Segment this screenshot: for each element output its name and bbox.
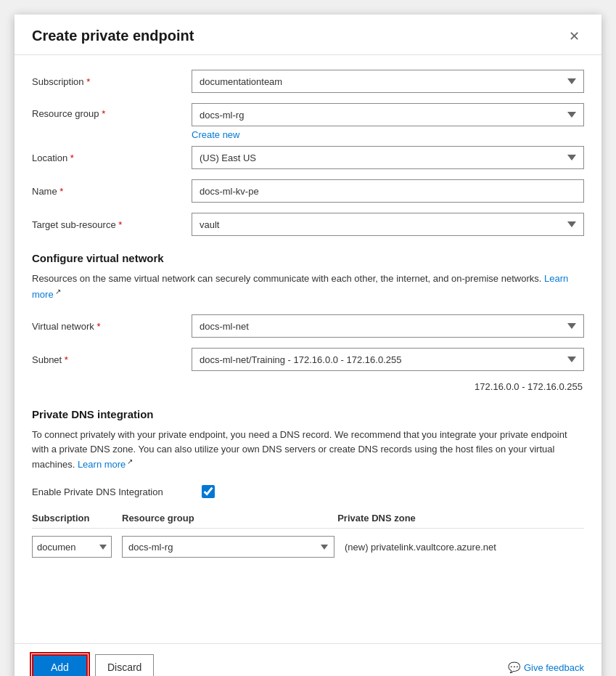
target-sub-resource-dropdown[interactable]: vault [192,213,584,236]
virtual-network-control: docs-ml-net [192,314,584,338]
footer-buttons: Add Discard [32,654,154,676]
enable-dns-checkbox[interactable] [202,485,215,498]
dns-info: To connect privately with your private e… [32,428,584,472]
virtual-network-dropdown[interactable]: docs-ml-net [192,314,584,338]
name-input[interactable] [192,179,584,203]
close-button[interactable]: ✕ [564,28,584,44]
dns-zone-text: (new) privatelink.vaultcore.azure.net [345,542,584,553]
dns-section: Private DNS integration To connect priva… [32,408,584,558]
location-label: Location * [32,152,192,163]
resource-group-row: Resource group * docs-ml-rg Create new [32,103,584,140]
dns-header-resource-group: Resource group [122,513,327,524]
subnet-row: Subnet * docs-ml-net/Training - 172.16.0… [32,348,584,371]
dialog-title: Create private endpoint [32,28,194,44]
dialog-header: Create private endpoint ✕ [15,15,601,55]
location-dropdown[interactable]: (US) East US [192,146,584,169]
name-row: Name * [32,179,584,203]
dns-header-dns-zone: Private DNS zone [337,513,584,524]
virtual-network-section: Configure virtual network Resources on t… [32,252,584,392]
discard-button[interactable]: Discard [95,654,154,676]
dns-header-subscription: Subscription [32,513,112,524]
dns-subscription-dropdown[interactable]: documen [32,536,112,558]
name-control [192,179,584,203]
feedback-label: Give feedback [524,662,584,673]
target-sub-resource-control: vault [192,213,584,236]
name-label: Name * [32,186,192,197]
subscription-row: Subscription * documentationteam [32,70,584,93]
dns-table: Subscription Resource group Private DNS … [32,513,584,558]
location-row: Location * (US) East US [32,146,584,169]
ip-range-text: 172.16.0.0 - 172.16.0.255 [32,381,584,392]
virtual-network-row: Virtual network * docs-ml-net [32,314,584,338]
location-control: (US) East US [192,146,584,169]
feedback-link[interactable]: 💬 Give feedback [508,661,584,673]
dns-table-header: Subscription Resource group Private DNS … [32,513,584,529]
subscription-label: Subscription * [32,76,192,87]
subscription-control: documentationteam [192,70,584,93]
target-sub-resource-row: Target sub-resource * vault [32,213,584,236]
feedback-icon: 💬 [508,661,520,673]
learn-more-ext-icon: ↗ [55,288,61,296]
subnet-dropdown[interactable]: docs-ml-net/Training - 172.16.0.0 - 172.… [192,348,584,371]
create-private-endpoint-dialog: Create private endpoint ✕ Subscription *… [15,15,601,676]
dialog-footer: Add Discard 💬 Give feedback [15,643,601,676]
subscription-dropdown[interactable]: documentationteam [192,70,584,93]
dns-learn-more-ext-icon: ↗ [127,457,133,465]
subnet-control: docs-ml-net/Training - 172.16.0.0 - 172.… [192,348,584,371]
virtual-network-label: Virtual network * [32,321,192,332]
dialog-body: Subscription * documentationteam Resourc… [15,55,601,643]
enable-dns-label: Enable Private DNS Integration [32,486,192,497]
virtual-network-info: Resources on the same virtual network ca… [32,272,584,301]
add-button[interactable]: Add [32,654,88,676]
create-new-link[interactable]: Create new [192,129,239,140]
target-sub-resource-label: Target sub-resource * [32,219,192,230]
resource-group-control: docs-ml-rg Create new [192,103,584,140]
subnet-label: Subnet * [32,354,192,365]
resource-group-dropdown[interactable]: docs-ml-rg [192,103,584,126]
dns-table-row: documen docs-ml-rg (new) privatelink.vau… [32,536,584,558]
virtual-network-heading: Configure virtual network [32,252,584,264]
dns-resource-group-dropdown[interactable]: docs-ml-rg [122,536,334,558]
dns-heading: Private DNS integration [32,408,584,420]
enable-dns-row: Enable Private DNS Integration [32,485,584,498]
dns-learn-more-link[interactable]: Learn more [78,460,126,471]
resource-group-label: Resource group * [32,103,192,119]
